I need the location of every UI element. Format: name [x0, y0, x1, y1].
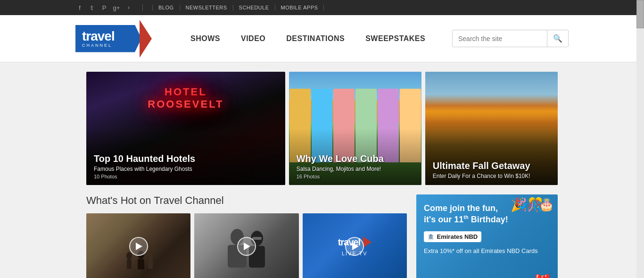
haunted-hotels-card[interactable]: Top 10 Haunted Hotels Famous Places with…	[86, 72, 285, 185]
mobile-apps-link[interactable]: MOBILE APPS	[275, 5, 324, 10]
whats-hot-section: What's Hot on Travel Channel	[86, 194, 558, 278]
video-thumb-1[interactable]	[86, 213, 190, 278]
newsletters-link[interactable]: NEWSLETTERS	[180, 5, 233, 10]
ad-coupon-icon: 🎁	[532, 274, 553, 278]
cuba-title: Why We Love Cuba	[297, 153, 414, 164]
search-input[interactable]	[453, 31, 547, 46]
logo-inner: travel CHANNEL	[75, 25, 141, 52]
svg-rect-3	[138, 259, 144, 270]
advertisement: ℹ 🎉🎊 🎂 Come join the fun, it's our 11th …	[416, 194, 558, 278]
haunted-hotels-count: 10 Photos	[94, 174, 278, 179]
video1-play-icon	[136, 243, 142, 250]
ad-content: 🎉🎊 🎂 Come join the fun, it's our 11th Bi…	[416, 194, 558, 278]
video-grid: travel Live TV	[86, 213, 407, 278]
video3-play-button[interactable]	[345, 237, 364, 256]
cuba-count: 16 Photos	[297, 174, 414, 179]
live-tv-arrow-icon	[363, 236, 372, 248]
hero-grid: Top 10 Haunted Hotels Famous Places with…	[86, 72, 558, 185]
ad-box[interactable]: ℹ 🎉🎊 🎂 Come join the fun, it's our 11th …	[416, 194, 558, 278]
main-nav: SHOWS VIDEO DESTINATIONS SWEEPSTAKES	[180, 34, 438, 43]
haunted-hotels-subtitle: Famous Places with Legendary Ghosts	[94, 166, 278, 172]
video2-play-button[interactable]	[237, 237, 256, 256]
svg-point-0	[126, 252, 132, 260]
social-links: f 𝕥 P g+ ›	[75, 4, 133, 11]
blog-link[interactable]: BLOG	[152, 5, 180, 10]
destinations-nav[interactable]: DESTINATIONS	[276, 34, 355, 43]
search-box: 🔍	[452, 30, 569, 47]
scrollbar-thumb[interactable]	[636, 0, 644, 28]
top-bar: f 𝕥 P g+ › BLOG NEWSLETTERS SCHEDULE MOB…	[0, 0, 644, 15]
video2-play-icon	[244, 243, 250, 250]
schedule-link[interactable]: SCHEDULE	[233, 5, 275, 10]
video3-play-icon	[352, 243, 359, 250]
ad-decoration-candle: 🎂	[539, 197, 554, 212]
video-nav[interactable]: VIDEO	[231, 34, 276, 43]
pinterest-icon[interactable]: P	[100, 4, 108, 11]
video-thumb-2[interactable]	[194, 213, 298, 278]
ad-offer: Extra 10%* off on all Emirates NBD Cards	[424, 247, 550, 255]
svg-rect-1	[127, 260, 132, 269]
svg-point-4	[148, 253, 153, 260]
main-content: Top 10 Haunted Hotels Famous Places with…	[86, 62, 558, 278]
cuba-caption: Why We Love Cuba Salsa Dancing, Mojitos …	[289, 147, 421, 185]
logo-channel: CHANNEL	[82, 43, 134, 48]
bank-name: Emirates NBD	[437, 233, 478, 240]
live-tv-arrow-wrapper	[363, 236, 372, 248]
video1-play-button[interactable]	[129, 237, 148, 256]
cuba-subtitle: Salsa Dancing, Mojitos and More!	[297, 166, 414, 172]
fall-getaway-card[interactable]: Ultimate Fall Getaway Enter Daily For a …	[425, 72, 558, 185]
search-button[interactable]: 🔍	[547, 30, 568, 47]
top-bar-divider	[142, 4, 143, 11]
googleplus-icon[interactable]: g+	[112, 4, 121, 11]
fall-getaway-caption: Ultimate Fall Getaway Enter Daily For a …	[425, 154, 558, 185]
logo-arrow	[140, 20, 152, 58]
whats-hot-title: What's Hot on Travel Channel	[86, 194, 407, 207]
svg-rect-5	[148, 260, 153, 269]
logo[interactable]: travel CHANNEL	[75, 20, 152, 58]
cuba-card[interactable]: Why We Love Cuba Salsa Dancing, Mojitos …	[289, 72, 421, 185]
haunted-hotels-caption: Top 10 Haunted Hotels Famous Places with…	[86, 147, 285, 185]
scrollbar[interactable]	[636, 0, 644, 278]
facebook-icon[interactable]: f	[75, 4, 84, 11]
header: travel CHANNEL SHOWS VIDEO DESTINATIONS …	[0, 15, 644, 62]
fall-getaway-subtitle: Enter Daily For a Chance to Win $10K!	[433, 173, 550, 179]
whats-hot-main: What's Hot on Travel Channel	[86, 194, 407, 278]
more-social-icon[interactable]: ›	[124, 4, 133, 11]
haunted-hotels-title: Top 10 Haunted Hotels	[94, 153, 278, 164]
svg-rect-10	[252, 237, 262, 240]
twitter-icon[interactable]: 𝕥	[88, 4, 96, 11]
fall-getaway-title: Ultimate Fall Getaway	[433, 160, 550, 171]
logo-travel: travel	[82, 30, 134, 43]
video-thumb-3[interactable]: travel Live TV	[303, 213, 407, 278]
ad-bank-logo: 🏦 Emirates NBD	[424, 231, 481, 242]
shows-nav[interactable]: SHOWS	[180, 34, 231, 43]
ad-title-birthday: it's our 11th Birthday!	[424, 215, 508, 224]
top-bar-links: BLOG NEWSLETTERS SCHEDULE MOBILE APPS	[152, 5, 324, 10]
sweepstakes-nav[interactable]: SWEEPSTAKES	[355, 34, 436, 43]
ad-title-text: Come join the fun,	[424, 203, 498, 213]
bank-icon: 🏦	[428, 234, 434, 240]
